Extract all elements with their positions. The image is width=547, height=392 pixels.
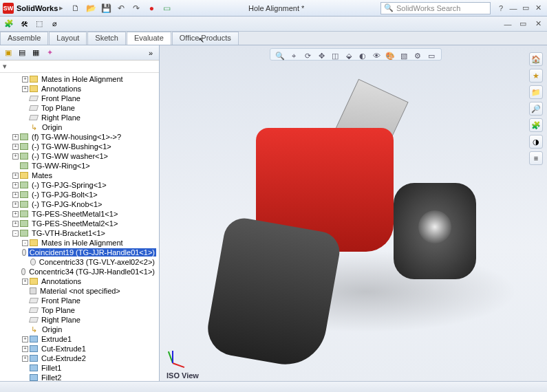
options-icon[interactable]: ▭ bbox=[161, 3, 172, 14]
tree-node[interactable]: Front Plane bbox=[0, 94, 159, 103]
open-icon[interactable]: 📂 bbox=[85, 3, 96, 14]
tree-node-label[interactable]: Right Plane bbox=[40, 316, 82, 324]
tree-expander-icon[interactable]: + bbox=[12, 134, 19, 140]
tree-expander-icon[interactable]: + bbox=[22, 346, 28, 352]
tree-node[interactable]: Concentric34 (TG-JJR-Handle01<1>) bbox=[0, 267, 159, 276]
view-orient-icon[interactable]: ⬙ bbox=[343, 50, 354, 61]
tree-node[interactable]: Concentric33 (TG-VLY-axel02<2>) bbox=[0, 257, 159, 267]
tree-node[interactable]: Front Plane bbox=[0, 296, 159, 305]
feature-tree[interactable]: +Mates in Hole Alignment+AnnotationsFron… bbox=[0, 73, 159, 381]
maximize-icon[interactable]: ▭ bbox=[519, 3, 532, 14]
rotate-icon[interactable]: ⟳ bbox=[302, 50, 313, 61]
mdi-min-icon[interactable]: — bbox=[502, 19, 514, 30]
tree-expander-icon[interactable]: + bbox=[22, 86, 28, 92]
tree-node-label[interactable]: Coincident19 (TG-JJR-Handle01<1>) bbox=[28, 248, 156, 257]
redo-icon[interactable]: ↷ bbox=[131, 3, 142, 14]
tab-office-products[interactable]: Office Products bbox=[172, 32, 239, 45]
tree-expander-icon[interactable]: + bbox=[12, 173, 19, 179]
tree-node[interactable]: ↳Origin bbox=[0, 325, 159, 334]
fm-tab-config-icon[interactable]: ▦ bbox=[30, 47, 41, 58]
tree-expander-icon[interactable]: + bbox=[12, 182, 19, 188]
tree-node[interactable]: +(f) TG-WW-housing<1>->? bbox=[0, 132, 159, 142]
pan-icon[interactable]: ✥ bbox=[316, 50, 327, 61]
mdi-restore-icon[interactable]: ▭ bbox=[517, 19, 529, 30]
tree-node[interactable]: Top Plane bbox=[0, 103, 159, 113]
close-icon[interactable]: ✕ bbox=[532, 3, 544, 14]
tree-node-label[interactable]: (-) TG-PJG-Spring<1> bbox=[30, 181, 108, 189]
tree-node-label[interactable]: Extrude1 bbox=[40, 335, 73, 343]
tab-layout[interactable]: Layout bbox=[49, 32, 87, 45]
mdi-close-icon[interactable]: ✕ bbox=[532, 19, 544, 30]
tab-assemble[interactable]: Assemble bbox=[0, 32, 48, 45]
tree-node[interactable]: Material <not specified> bbox=[0, 286, 159, 296]
view-settings-icon[interactable]: ⚙ bbox=[412, 50, 423, 61]
perspective-icon[interactable]: ▭ bbox=[426, 50, 437, 61]
tree-expander-icon[interactable]: + bbox=[22, 76, 28, 83]
tree-node-label[interactable]: Concentric34 (TG-JJR-Handle01<1>) bbox=[28, 268, 156, 276]
tree-node-label[interactable]: Mates in Hole Alignment bbox=[40, 75, 125, 83]
tree-node[interactable]: Fillet1 bbox=[0, 363, 159, 373]
new-icon[interactable]: 🗋 bbox=[70, 3, 81, 14]
tree-node-label[interactable]: Right Plane bbox=[40, 113, 82, 122]
tree-node[interactable]: ↳Origin bbox=[0, 122, 159, 132]
tree-node-label[interactable]: Material <not specified> bbox=[39, 287, 122, 295]
scene-icon[interactable]: ▧ bbox=[398, 50, 409, 61]
tree-node-label[interactable]: TG-PES-SheetMetal2<1> bbox=[30, 219, 119, 228]
tree-expander-icon[interactable]: + bbox=[12, 153, 19, 160]
tree-node[interactable]: +Mates bbox=[0, 171, 159, 180]
parts-icon[interactable]: ⬚ bbox=[33, 18, 45, 30]
tree-expander-icon[interactable]: + bbox=[12, 211, 19, 217]
tree-node[interactable]: +(-) TG-PJG-Knob<1> bbox=[0, 199, 159, 209]
tree-node-label[interactable]: (f) TG-WW-housing<1>->? bbox=[30, 133, 122, 141]
tree-node-label[interactable]: Cut-Extrude1 bbox=[40, 345, 87, 353]
fm-tab-display-icon[interactable]: ✦ bbox=[44, 47, 55, 58]
tree-node-label[interactable]: Origin bbox=[41, 325, 63, 334]
hide-show-icon[interactable]: 👁 bbox=[371, 50, 382, 61]
tree-node[interactable]: -Mates in Hole Alignment bbox=[0, 238, 159, 248]
fm-flyout-icon[interactable]: » bbox=[145, 47, 156, 58]
tree-expander-icon[interactable]: + bbox=[12, 144, 19, 150]
tree-node[interactable]: +Annotations bbox=[0, 84, 159, 94]
fm-tab-property-icon[interactable]: ▤ bbox=[17, 47, 28, 58]
tree-expander-icon[interactable]: + bbox=[22, 336, 28, 342]
tree-node[interactable]: Fillet2 bbox=[0, 373, 159, 381]
home-icon[interactable]: 🏠 bbox=[529, 52, 543, 66]
orientation-triad-icon[interactable] bbox=[167, 344, 191, 369]
tree-node-label[interactable]: Fillet2 bbox=[40, 373, 63, 381]
tree-node[interactable]: +Cut-Extrude2 bbox=[0, 353, 159, 363]
tree-node-label[interactable]: Fillet1 bbox=[40, 364, 63, 372]
tree-node-label[interactable]: Origin bbox=[41, 123, 63, 131]
tree-node[interactable]: +Mates in Hole Alignment bbox=[0, 74, 159, 84]
tree-node-label[interactable]: Annotations bbox=[40, 85, 83, 93]
tree-expander-icon[interactable]: + bbox=[12, 221, 19, 227]
tree-node[interactable]: +(-) TG-PJG-Spring<1> bbox=[0, 180, 159, 190]
tree-node-label[interactable]: Top Plane bbox=[40, 306, 76, 314]
tree-node-label[interactable]: Top Plane bbox=[40, 104, 76, 112]
tab-sketch[interactable]: Sketch bbox=[87, 32, 126, 45]
tree-node-label[interactable]: Front Plane bbox=[40, 296, 82, 305]
feature-filter[interactable]: ▾ bbox=[0, 61, 159, 73]
tree-node[interactable]: -TG-VTH-Bracket1<1> bbox=[0, 228, 159, 238]
tree-expander-icon[interactable]: + bbox=[12, 202, 19, 208]
display-style-icon[interactable]: ◐ bbox=[357, 50, 368, 61]
tree-node-label[interactable]: TG-PES-SheetMetal1<1> bbox=[30, 210, 119, 218]
tree-expander-icon[interactable]: + bbox=[22, 279, 28, 285]
help-icon[interactable]: ? bbox=[495, 3, 507, 14]
tree-node-label[interactable]: (-) TG-PJG-Bolt<1> bbox=[30, 190, 99, 199]
tab-evaluate[interactable]: Evaluate bbox=[127, 32, 171, 45]
tree-expander-icon[interactable]: - bbox=[12, 230, 19, 237]
tree-node-label[interactable]: TG-WW-Ring<1> bbox=[30, 162, 92, 170]
misc-icon[interactable]: ⌀ bbox=[48, 18, 61, 30]
tree-expander-icon[interactable]: + bbox=[22, 356, 28, 362]
tools-icon[interactable]: 🛠 bbox=[18, 18, 30, 30]
tree-node[interactable]: +TG-PES-SheetMetal1<1> bbox=[0, 209, 159, 219]
tree-node[interactable]: +Annotations bbox=[0, 276, 159, 286]
tree-node[interactable]: TG-WW-Ring<1> bbox=[0, 161, 159, 171]
app-menu-chevron-icon[interactable]: ▸ bbox=[59, 3, 63, 12]
save-icon[interactable]: 💾 bbox=[100, 3, 111, 14]
resources-icon[interactable]: ★ bbox=[529, 69, 543, 83]
tree-node-label[interactable]: Concentric33 (TG-VLY-axel02<2>) bbox=[38, 258, 156, 266]
tree-node-label[interactable]: (-) TG-PJG-Knob<1> bbox=[30, 200, 104, 208]
tree-node[interactable]: +Extrude1 bbox=[0, 334, 159, 344]
tree-expander-icon[interactable]: - bbox=[22, 240, 28, 246]
